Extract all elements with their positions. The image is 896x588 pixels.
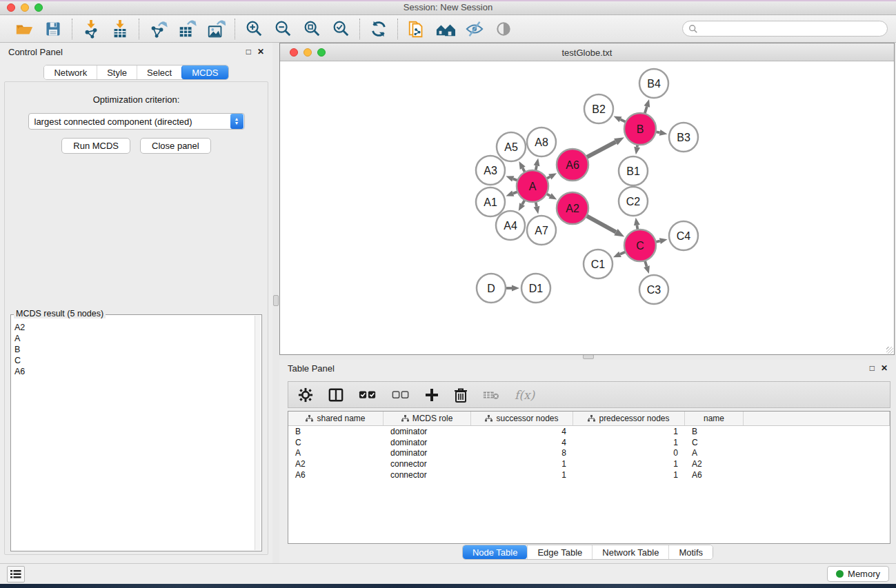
graph-edge-arrowhead (506, 176, 514, 181)
mcds-result-list[interactable]: A2ABCA6 (12, 322, 255, 549)
zoom-selected-icon (331, 19, 350, 39)
memory-button[interactable]: Memory (827, 566, 889, 582)
vertical-splitter-grip[interactable] (273, 295, 279, 306)
save-session-button[interactable] (43, 19, 63, 39)
table-cell: 4 (471, 426, 573, 437)
column-header-name[interactable]: name (685, 412, 744, 425)
graph-edge-arrowhead (534, 159, 540, 167)
save-floppy-icon (44, 20, 62, 38)
table-cell: A2 (685, 458, 744, 469)
float-panel-icon[interactable]: □ (246, 47, 251, 57)
column-header-successor-nodes[interactable]: successor nodes (471, 412, 573, 425)
dropdown-stepper-icon: ▲▼ (230, 114, 243, 129)
refresh-button[interactable] (368, 19, 389, 39)
zoom-out-button[interactable] (272, 19, 293, 39)
float-table-panel-icon[interactable]: □ (870, 363, 875, 373)
table-cell: 8 (471, 448, 573, 459)
tab-style[interactable]: Style (97, 65, 137, 79)
table-row[interactable]: A2connector11A2 (288, 458, 890, 469)
column-header-shared-name[interactable]: shared name (288, 412, 384, 425)
plus-icon (425, 388, 439, 402)
show-panels-button[interactable] (493, 19, 514, 39)
result-list-item[interactable]: A (12, 333, 255, 344)
table-cell: C (685, 437, 744, 448)
zoom-fit-icon (302, 19, 321, 39)
column-type-icon (401, 415, 409, 422)
export-image-icon (206, 19, 226, 39)
column-header-MCDS-role[interactable]: MCDS role (384, 412, 471, 425)
table-row[interactable]: Adominator80A (288, 448, 890, 459)
delete-table-button[interactable] (483, 389, 499, 401)
table-cell: 1 (573, 469, 685, 480)
network-canvas[interactable]: AA1A2A3A4A5A6A7A8BB1B2B3B4CC1C2C3C4DD1 (280, 61, 894, 354)
tab-motifs[interactable]: Motifs (668, 545, 713, 559)
tab-node-table[interactable]: Node Table (463, 545, 528, 559)
graph-edge[interactable] (586, 142, 616, 158)
result-list-item[interactable]: C (12, 355, 255, 366)
close-panel-button[interactable]: Close panel (140, 138, 211, 154)
run-mcds-button[interactable]: Run MCDS (61, 138, 130, 154)
export-image-button[interactable] (206, 19, 226, 39)
criterion-dropdown[interactable]: largest connected component (directed) ▲… (28, 113, 245, 130)
desktop-background (0, 584, 896, 588)
houses-icon (435, 19, 456, 39)
create-column-button[interactable] (425, 388, 439, 402)
table-tabs: Node Table Edge Table Network Table Moti… (279, 545, 896, 560)
unchecked-boxes-icon (392, 389, 410, 401)
horizontal-splitter-grip[interactable] (583, 354, 594, 359)
result-list-item[interactable]: B (12, 344, 255, 355)
import-network-button[interactable] (81, 19, 101, 39)
export-network-icon (148, 19, 168, 39)
export-network-button[interactable] (148, 19, 168, 39)
search-field[interactable] (682, 21, 888, 37)
zoom-fit-button[interactable] (301, 19, 322, 39)
table-settings-button[interactable] (298, 387, 313, 403)
deselect-all-button[interactable] (392, 389, 410, 401)
checked-boxes-icon (359, 389, 377, 401)
network-graph[interactable]: AA1A2A3A4A5A6A7A8BB1B2B3B4CC1C2C3C4DD1 (280, 61, 894, 354)
search-input[interactable] (701, 24, 882, 34)
open-session-button[interactable] (14, 19, 34, 39)
close-panel-icon[interactable]: ✕ (257, 47, 264, 57)
table-panel-title: Table Panel (288, 363, 335, 374)
graph-node-label: C3 (647, 284, 661, 296)
graph-node-label: B (637, 123, 644, 135)
table-row[interactable]: Cdominator41C (288, 437, 890, 448)
window-resize-grip[interactable] (886, 347, 893, 354)
open-recent-network-button[interactable] (406, 19, 427, 39)
export-table-button[interactable] (177, 19, 197, 39)
hide-panels-button[interactable] (464, 19, 485, 39)
graph-node-label: B3 (677, 132, 690, 143)
table-row[interactable]: A6connector11A6 (288, 469, 890, 480)
tab-select[interactable]: Select (137, 65, 181, 79)
tab-network[interactable]: Network (44, 65, 97, 79)
main-toolbar (0, 15, 896, 43)
result-list-item[interactable]: A2 (12, 322, 255, 333)
table-row[interactable]: Bdominator41B (288, 426, 890, 437)
result-list-item[interactable]: A6 (12, 366, 255, 377)
import-table-button[interactable] (110, 19, 130, 39)
table-header-row: shared nameMCDS rolesuccessor nodesprede… (288, 412, 890, 426)
function-builder-button[interactable]: f(x) (515, 388, 535, 402)
graph-edge[interactable] (585, 215, 616, 232)
mcds-panel-content: Optimization criterion: largest connecte… (4, 81, 268, 555)
tab-edge-table[interactable]: Edge Table (527, 545, 592, 559)
gear-icon (298, 387, 313, 403)
tab-network-table[interactable]: Network Table (592, 545, 668, 559)
delete-column-button[interactable] (454, 387, 468, 403)
graph-node-label: D (487, 283, 495, 294)
table-cell: dominator (384, 426, 471, 437)
graph-edge-arrowhead (659, 130, 668, 136)
zoom-in-button[interactable] (243, 19, 264, 39)
column-header-predecessor-nodes[interactable]: predecessor nodes (573, 412, 685, 425)
zoom-in-icon (244, 19, 263, 39)
tab-mcds[interactable]: MCDS (181, 65, 228, 79)
task-history-button[interactable] (7, 566, 25, 582)
zoom-selected-button[interactable] (330, 19, 351, 39)
table-panel-header: Table Panel □ ✕ (279, 360, 896, 376)
show-columns-button[interactable] (328, 387, 344, 403)
select-all-button[interactable] (359, 389, 377, 401)
result-scrollbar[interactable] (255, 316, 261, 550)
home-button[interactable] (435, 19, 456, 39)
close-table-panel-icon[interactable]: ✕ (881, 363, 888, 373)
